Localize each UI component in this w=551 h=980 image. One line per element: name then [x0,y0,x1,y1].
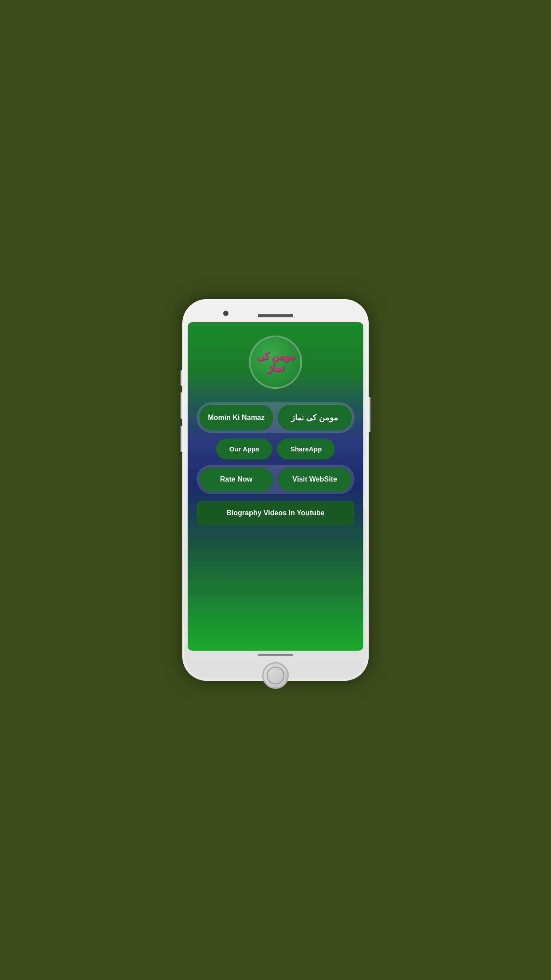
volume-down-button [181,426,182,452]
biography-videos-button[interactable]: Biography Videos In Youtube [197,501,354,525]
phone-frame: مومن کی نماز Momin Ki Namaz مومن کی نماز… [182,299,369,681]
phone-top-bar [188,304,363,322]
visit-website-button[interactable]: Visit WebSite [278,467,352,491]
buttons-section: Momin Ki Namaz مومن کی نماز Our Apps Sha… [197,402,354,525]
namaz-button-row: Momin Ki Namaz مومن کی نماز [197,402,354,433]
phone-speaker [258,314,293,317]
app-logo: مومن کی نماز [249,336,302,389]
volume-mute-button [181,370,182,386]
power-button [369,397,370,432]
our-apps-button[interactable]: Our Apps [216,439,273,459]
home-button[interactable] [262,662,289,689]
momin-ki-namaz-ur-button[interactable]: مومن کی نماز [278,405,352,431]
rate-now-button[interactable]: Rate Now [199,467,273,491]
front-camera [223,311,228,316]
rate-visit-row: Rate Now Visit WebSite [197,465,354,494]
logo-text: مومن کی نماز [251,351,300,374]
momin-ki-namaz-en-button[interactable]: Momin Ki Namaz [199,405,273,431]
share-app-button[interactable]: ShareApp [277,439,335,459]
home-indicator-bar [188,651,363,658]
volume-up-button [181,392,182,419]
home-button-ring [267,667,284,684]
phone-screen: مومن کی نماز Momin Ki Namaz مومن کی نماز… [188,322,363,651]
home-indicator [258,654,293,656]
apps-share-row: Our Apps ShareApp [197,439,354,459]
